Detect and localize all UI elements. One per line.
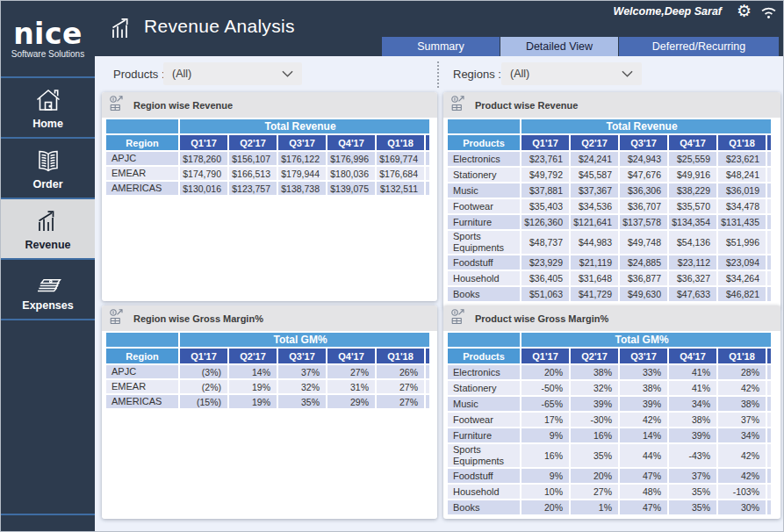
cell-value: $49,630: [620, 287, 667, 301]
cell-value: $51,996: [718, 231, 766, 254]
column-header-row: RegionQ1'17Q2'17Q3'17Q4'17Q1'18: [106, 135, 429, 150]
gear-icon[interactable]: ⚙: [737, 1, 752, 22]
row-label-header[interactable]: Products: [448, 135, 520, 150]
filter-divider: [437, 61, 439, 88]
regions-dropdown[interactable]: (All): [501, 62, 642, 85]
column-header[interactable]: Q4'17: [669, 349, 716, 363]
cell-value: 35%: [571, 444, 618, 467]
sidebar-nav: HomeOrderRevenueExpenses: [1, 78, 95, 320]
tab-summary[interactable]: Summary: [382, 37, 500, 56]
cell-value: $180,036: [327, 167, 375, 180]
cell-clipped: [767, 413, 771, 427]
cell-value: 38%: [718, 397, 766, 411]
cell-clipped: [767, 271, 771, 285]
table-row: EMEAR$174,790$166,513$179,944$180,036$17…: [106, 167, 429, 180]
group-header-label: Total Revenue: [521, 119, 771, 133]
cell-value: $31,648: [571, 271, 618, 285]
column-header[interactable]: Q1'18: [377, 349, 424, 363]
cell-value: 26%: [377, 365, 424, 378]
panel-title: Product wise Gross Margin%: [475, 313, 608, 324]
column-header[interactable]: Q4'17: [327, 349, 375, 363]
cell-value: $34,478: [718, 199, 766, 213]
column-header[interactable]: Q3'17: [620, 135, 667, 150]
cell-value: 39%: [620, 397, 667, 411]
wifi-icon[interactable]: [759, 4, 778, 19]
table-row: Sports Equipments16%35%44%-43%42%: [448, 444, 771, 467]
cell-value: 37%: [718, 413, 766, 427]
panel-product-wise-gross-margin-: Product wise Gross Margin%Total GM%Produ…: [443, 306, 780, 519]
cell-value: $45,587: [571, 168, 618, 182]
row-label: Sports Equipments: [448, 444, 520, 467]
table-row: Electronics20%38%33%41%28%: [448, 365, 771, 379]
column-header[interactable]: Q1'18: [377, 135, 424, 150]
cell-value: $47,676: [620, 168, 667, 182]
column-header[interactable]: Q1'18: [718, 349, 766, 363]
row-label-header[interactable]: Region: [106, 349, 178, 363]
revenue-chart-icon: [33, 206, 63, 236]
cell-value: $49,748: [620, 231, 667, 254]
cell-value: $138,738: [278, 182, 326, 195]
cell-clipped: [767, 231, 771, 254]
cell-value: 33%: [620, 365, 667, 379]
column-header[interactable]: Q1'17: [521, 135, 569, 150]
app-header: Revenue Analysis Welcome,Deep Saraf ⚙ Su…: [95, 1, 784, 56]
column-header[interactable]: Q1'17: [521, 349, 569, 363]
cell-value: 16%: [571, 428, 618, 442]
column-header[interactable]: Q2'17: [571, 349, 618, 363]
sidebar-item-home[interactable]: Home: [1, 78, 95, 139]
cell-value: $130,016: [180, 182, 227, 195]
column-header[interactable]: Q2'17: [229, 349, 277, 363]
cell-value: 20%: [521, 500, 569, 514]
panel-chart-icon: [108, 94, 126, 116]
cell-value: 32%: [278, 380, 326, 393]
table-row: Furniture$126,360$121,641$137,578$134,35…: [448, 215, 771, 229]
cell-value: 30%: [718, 500, 766, 514]
row-label: EMEAR: [106, 167, 178, 180]
sidebar-item-revenue[interactable]: Revenue: [1, 199, 95, 260]
sidebar-item-order[interactable]: Order: [1, 139, 95, 199]
panel-header: Region wise Gross Margin%: [102, 306, 437, 331]
table-row: Footwear17%-30%42%38%37%: [448, 413, 771, 427]
panel-body: Total GM%RegionQ1'17Q2'17Q3'17Q4'17Q1'18…: [102, 331, 437, 519]
column-header[interactable]: Q1'17: [180, 349, 227, 363]
column-header-clipped: [426, 349, 429, 363]
column-header[interactable]: Q4'17: [669, 135, 716, 150]
cell-value: 17%: [521, 413, 569, 427]
cell-value: $169,774: [377, 152, 424, 165]
panel-region-wise-revenue: Region wise RevenueTotal RevenueRegionQ1…: [102, 92, 437, 301]
row-label-header[interactable]: Products: [448, 349, 520, 363]
tab-deferred-recurring[interactable]: Deferred/Recurring: [618, 37, 779, 56]
cell-value: $36,877: [620, 271, 667, 285]
column-header[interactable]: Q3'17: [620, 349, 667, 363]
column-header-row: ProductsQ1'17Q2'17Q3'17Q4'17Q1'18: [448, 349, 771, 363]
column-header[interactable]: Q3'17: [278, 349, 326, 363]
column-header[interactable]: Q4'17: [327, 135, 375, 150]
table-row: EMEAR(2%)19%32%31%27%: [106, 380, 429, 393]
cell-clipped: [767, 500, 771, 514]
column-header[interactable]: Q1'17: [180, 135, 227, 150]
cell-clipped: [426, 152, 429, 165]
cell-clipped: [767, 255, 771, 270]
expenses-money-icon: [33, 267, 63, 297]
products-dropdown[interactable]: (All): [163, 62, 302, 85]
cell-value: 41%: [669, 381, 716, 395]
cell-value: $49,916: [669, 168, 716, 182]
sidebar-item-expenses[interactable]: Expenses: [1, 260, 95, 320]
group-header-row: Total GM%: [106, 333, 429, 347]
panel-region-wise-gross-margin-: Region wise Gross Margin%Total GM%Region…: [102, 306, 437, 519]
column-header[interactable]: Q1'18: [718, 135, 766, 150]
table-row: Stationery-50%32%38%41%42%: [448, 381, 771, 395]
cell-value: 34%: [718, 428, 766, 442]
row-label: Footwear: [448, 413, 520, 427]
cell-value: $178,260: [180, 152, 227, 165]
column-header[interactable]: Q2'17: [229, 135, 277, 150]
row-label-header[interactable]: Region: [106, 135, 178, 150]
cell-value: $49,792: [521, 168, 569, 182]
cell-value: $24,943: [620, 152, 667, 166]
column-header[interactable]: Q2'17: [571, 135, 618, 150]
cell-value: 35%: [278, 395, 326, 408]
column-header[interactable]: Q3'17: [278, 135, 326, 150]
tab-detailed-view[interactable]: Detailed View: [500, 37, 618, 56]
cell-value: 1%: [571, 500, 618, 514]
data-table: Total RevenueProductsQ1'17Q2'17Q3'17Q4'1…: [446, 118, 773, 303]
